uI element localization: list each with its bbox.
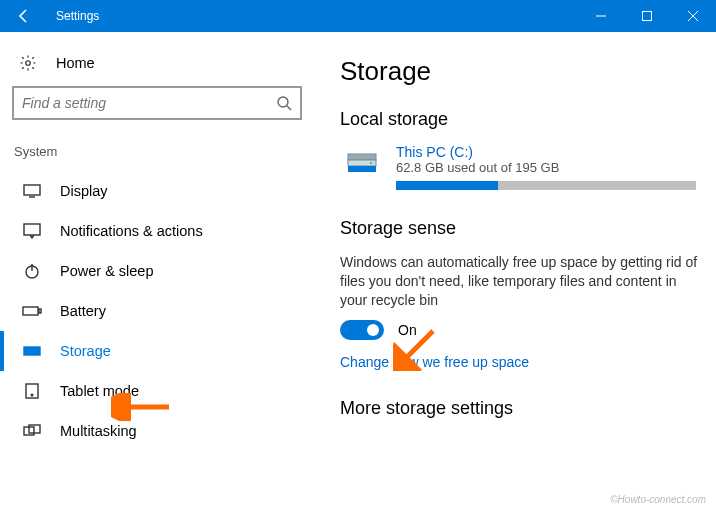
- search-icon: [276, 95, 292, 111]
- local-storage-heading: Local storage: [340, 109, 706, 130]
- search-box[interactable]: [12, 86, 302, 120]
- sidebar-item-label: Tablet mode: [60, 383, 139, 399]
- sidebar-item-label: Power & sleep: [60, 263, 154, 279]
- svg-point-23: [370, 162, 372, 164]
- sidebar-item-notifications[interactable]: Notifications & actions: [0, 211, 320, 251]
- sidebar-item-battery[interactable]: Battery: [0, 291, 320, 331]
- home-label: Home: [56, 55, 95, 71]
- notifications-icon: [22, 223, 42, 239]
- drive-icon: [340, 144, 396, 184]
- back-button[interactable]: [0, 0, 48, 32]
- sidebar-item-label: Display: [60, 183, 108, 199]
- sidebar-item-label: Multitasking: [60, 423, 137, 439]
- main-content: Storage Local storage This PC (C:) 62.8 …: [320, 32, 716, 511]
- svg-line-6: [287, 106, 291, 110]
- storage-sense-toggle[interactable]: [340, 320, 384, 340]
- sidebar-item-power[interactable]: Power & sleep: [0, 251, 320, 291]
- sidebar-item-multitasking[interactable]: Multitasking: [0, 411, 320, 451]
- svg-rect-7: [24, 185, 40, 195]
- storage-sense-description: Windows can automatically free up space …: [340, 253, 706, 310]
- drive-usage: 62.8 GB used out of 195 GB: [396, 160, 706, 175]
- maximize-button[interactable]: [624, 0, 670, 32]
- storage-icon: [22, 346, 42, 356]
- battery-icon: [22, 305, 42, 317]
- drive-row[interactable]: This PC (C:) 62.8 GB used out of 195 GB: [340, 144, 706, 190]
- gear-icon: [18, 54, 38, 72]
- svg-point-5: [278, 97, 288, 107]
- watermark: ©Howto-connect.com: [610, 494, 706, 505]
- toggle-state-label: On: [398, 322, 417, 338]
- sidebar-item-label: Battery: [60, 303, 106, 319]
- sidebar-item-label: Notifications & actions: [60, 223, 203, 239]
- svg-point-4: [26, 61, 31, 66]
- svg-rect-9: [24, 224, 40, 235]
- svg-rect-22: [348, 166, 376, 172]
- svg-point-17: [31, 394, 33, 396]
- power-icon: [22, 263, 42, 279]
- more-storage-heading: More storage settings: [340, 398, 706, 419]
- minimize-button[interactable]: [578, 0, 624, 32]
- svg-point-15: [36, 350, 38, 352]
- svg-rect-12: [23, 307, 38, 315]
- drive-name: This PC (C:): [396, 144, 706, 160]
- sidebar-home[interactable]: Home: [0, 50, 320, 86]
- svg-rect-13: [39, 309, 41, 313]
- multitasking-icon: [22, 424, 42, 438]
- window-title: Settings: [48, 9, 578, 23]
- display-icon: [22, 184, 42, 198]
- close-button[interactable]: [670, 0, 716, 32]
- sidebar-item-tablet[interactable]: Tablet mode: [0, 371, 320, 411]
- change-free-up-link[interactable]: Change how we free up space: [340, 354, 706, 370]
- title-bar: Settings: [0, 0, 716, 32]
- search-input[interactable]: [22, 95, 276, 111]
- storage-sense-heading: Storage sense: [340, 218, 706, 239]
- sidebar-section-label: System: [0, 140, 320, 171]
- sidebar: Home System Display Notifications & acti…: [0, 32, 320, 511]
- sidebar-item-display[interactable]: Display: [0, 171, 320, 211]
- sidebar-item-storage[interactable]: Storage: [0, 331, 320, 371]
- tablet-icon: [22, 383, 42, 399]
- svg-rect-1: [643, 12, 652, 21]
- svg-rect-20: [348, 154, 376, 160]
- page-title: Storage: [340, 56, 706, 87]
- drive-usage-bar: [396, 181, 696, 190]
- sidebar-item-label: Storage: [60, 343, 111, 359]
